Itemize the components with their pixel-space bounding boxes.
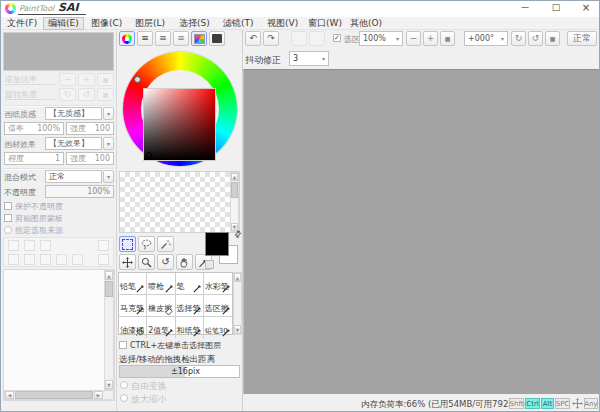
scale-transform-radio[interactable] xyxy=(120,394,128,402)
brush-cell[interactable]: 铅笔30 xyxy=(204,317,232,338)
paper-strength-field[interactable]: 强度 100 xyxy=(66,122,114,135)
lasso-tool[interactable] xyxy=(138,236,155,252)
color-wheel[interactable] xyxy=(119,50,241,170)
paper-texture-select[interactable]: 【无质感】 xyxy=(45,107,102,120)
brush-cell[interactable]: 油漆桶 xyxy=(119,317,147,338)
delete-layer-icon[interactable] xyxy=(56,254,67,265)
scratchpad-scrollbar[interactable]: ▲ ▼ xyxy=(230,172,239,232)
paper-scale-field[interactable]: 倍率 100% xyxy=(4,122,64,135)
clear-layer-icon[interactable] xyxy=(40,254,51,265)
rotate-ccw-button[interactable]: ↺ xyxy=(528,31,543,46)
menu-window[interactable]: 窗口(W) xyxy=(304,17,346,30)
scroll-right-button[interactable]: ▶ xyxy=(94,391,103,399)
rotate-cw-button[interactable]: ↻ xyxy=(511,31,526,46)
blend-mode-select[interactable]: 正常 xyxy=(45,170,102,183)
move-tool[interactable] xyxy=(119,254,136,270)
brush-cell[interactable]: 笔 xyxy=(176,273,204,295)
mixer-sliders-tab[interactable]: ≡ xyxy=(173,31,189,46)
vscroll-thumb[interactable] xyxy=(105,281,113,297)
deselect-button[interactable] xyxy=(291,31,307,46)
brush-cell[interactable]: 水彩笔 xyxy=(204,273,232,295)
transparent-color-swatch[interactable] xyxy=(205,260,214,269)
magic-wand-tool[interactable] xyxy=(157,236,174,252)
stabilizer-select[interactable]: 3 ▾ xyxy=(289,51,329,66)
scratchpad-canvas[interactable]: ▲ ▼ xyxy=(119,171,240,233)
material-effect-dropdown-button[interactable]: ▾ xyxy=(103,137,114,150)
menu-edit[interactable]: 编辑(E) xyxy=(43,17,84,30)
brush-cell[interactable]: 选区擦 xyxy=(204,295,232,317)
new-layer-icon[interactable] xyxy=(8,240,19,251)
layers-hscrollbar[interactable]: ◀ ▶ xyxy=(4,390,114,400)
dropdown-icon[interactable]: ▾ xyxy=(396,35,399,42)
menu-others[interactable]: 其他(O) xyxy=(346,17,386,30)
drag-detect-slider[interactable]: ±16pix xyxy=(119,365,240,378)
merge-down-icon[interactable] xyxy=(24,254,35,265)
zoom-in-button[interactable]: + xyxy=(423,31,438,46)
scroll-down-button[interactable]: ▼ xyxy=(105,380,113,389)
navigator-zoom-reset-button[interactable]: ■ xyxy=(97,73,114,86)
angle-reset-button[interactable]: ■ xyxy=(545,31,560,46)
scratchpad-tab[interactable] xyxy=(209,31,225,46)
layer-extra-icon[interactable] xyxy=(98,240,109,251)
material-strength-field[interactable]: 强度 100 xyxy=(66,152,114,165)
navigator-preview[interactable] xyxy=(3,32,114,71)
layers-vscrollbar[interactable]: ▲ ▼ xyxy=(104,270,114,390)
hand-tool[interactable] xyxy=(176,254,193,270)
vscroll-thumb[interactable] xyxy=(231,182,238,198)
brush-cell[interactable]: 喷枪 xyxy=(147,273,175,295)
scroll-left-button[interactable]: ◀ xyxy=(5,391,14,399)
zoom-out-button[interactable]: − xyxy=(406,31,421,46)
swatches-tab[interactable] xyxy=(191,31,207,46)
brush-grid-scrollbar[interactable]: ▲ ▼ xyxy=(233,272,242,335)
scroll-up-button[interactable]: ▲ xyxy=(231,173,238,181)
sv-marker[interactable] xyxy=(146,152,152,158)
hue-marker[interactable] xyxy=(134,76,141,83)
rgb-sliders-tab[interactable]: ≡ xyxy=(137,31,153,46)
preserve-opacity-checkbox[interactable] xyxy=(4,202,12,210)
navigator-rotate-ccw-button[interactable]: ↺ xyxy=(78,88,95,101)
brush-cell[interactable]: 马克笔 xyxy=(119,295,147,317)
hscroll-thumb[interactable] xyxy=(15,391,93,399)
material-effect-select[interactable]: 【无效果】 xyxy=(45,137,102,150)
invert-selection-button[interactable] xyxy=(309,31,325,46)
selection-source-radio[interactable] xyxy=(4,226,12,234)
redo-button[interactable]: ↷ xyxy=(263,31,279,46)
canvas-angle-select[interactable]: +000° ▾ xyxy=(464,31,508,46)
rotate-canvas-tool[interactable]: ↺ xyxy=(157,254,174,270)
foreground-color-swatch[interactable] xyxy=(205,232,229,256)
close-button[interactable]: × xyxy=(577,2,595,14)
clipping-mask-checkbox[interactable] xyxy=(4,214,12,222)
free-transform-radio[interactable] xyxy=(120,381,128,389)
navigator-zoom-slider[interactable] xyxy=(5,84,56,85)
copy-layer-icon[interactable] xyxy=(72,254,83,265)
view-mode-button[interactable]: 正常 xyxy=(567,31,597,46)
menu-view[interactable]: 视图(V) xyxy=(263,17,302,30)
transfer-down-icon[interactable] xyxy=(8,254,19,265)
new-pen-layer-icon[interactable] xyxy=(24,240,35,251)
brush-cell[interactable]: 2值笔 xyxy=(147,317,175,338)
ctrl-select-layer-checkbox[interactable] xyxy=(119,341,127,349)
zoom-reset-button[interactable]: ■ xyxy=(440,31,455,46)
blend-mode-dropdown-button[interactable]: ▾ xyxy=(103,170,114,183)
dropdown-icon[interactable]: ▾ xyxy=(322,55,325,62)
undo-button[interactable]: ↶ xyxy=(245,31,261,46)
brush-cell[interactable]: 和纸笔 xyxy=(176,317,204,338)
paper-texture-dropdown-button[interactable]: ▾ xyxy=(103,107,114,120)
scroll-up-button[interactable]: ▲ xyxy=(234,273,241,282)
minimize-button[interactable]: — xyxy=(516,3,534,15)
navigator-zoom-out-button[interactable]: − xyxy=(59,73,76,86)
zoom-tool[interactable] xyxy=(138,254,155,270)
scroll-up-button[interactable]: ▲ xyxy=(105,271,113,280)
dropdown-icon[interactable]: ▾ xyxy=(501,35,504,42)
sv-square[interactable] xyxy=(144,89,215,160)
scroll-down-button[interactable]: ▼ xyxy=(234,325,241,334)
selection-edge-checkbox[interactable]: ✓ xyxy=(333,34,341,42)
opacity-slider[interactable]: 100% xyxy=(45,185,114,198)
canvas-area[interactable] xyxy=(243,69,600,394)
menu-filter[interactable]: 滤镜(T) xyxy=(219,17,258,30)
color-wheel-tab[interactable] xyxy=(119,31,135,46)
hsv-sliders-tab[interactable]: ≡ xyxy=(155,31,171,46)
material-degree-field[interactable]: 程度 1 xyxy=(4,152,64,165)
rect-select-tool[interactable] xyxy=(119,236,136,252)
zoom-level-select[interactable]: 100% ▾ xyxy=(359,31,403,46)
